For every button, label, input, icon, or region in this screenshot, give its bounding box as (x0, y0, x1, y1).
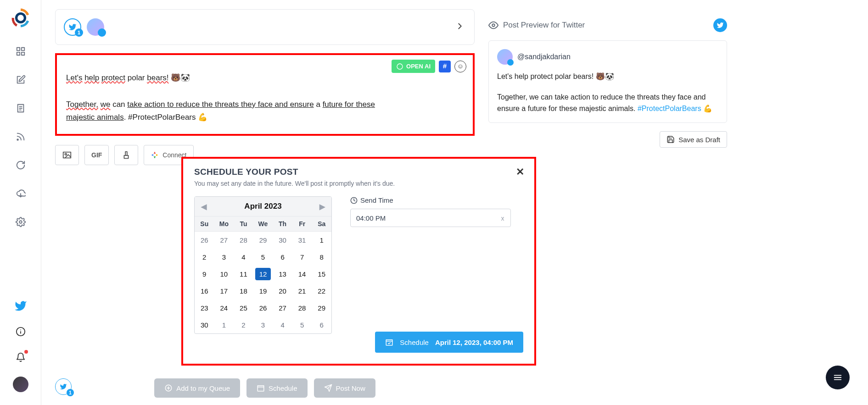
info-icon[interactable] (14, 325, 27, 338)
clear-time-icon[interactable]: x (501, 215, 504, 222)
nav-compose-icon[interactable] (14, 73, 27, 86)
svg-rect-2 (21, 48, 24, 50)
t: Together, (66, 100, 98, 109)
prev-month-icon[interactable]: ◀ (201, 202, 207, 211)
calendar-day[interactable]: 30 (273, 232, 292, 249)
save-draft-button[interactable]: Save as Draft (660, 131, 727, 148)
nav-dashboard-icon[interactable] (14, 45, 27, 58)
compose-toolbar: OPEN AI # ☺ (392, 60, 466, 73)
account-avatar (87, 18, 104, 36)
t: protect (101, 73, 125, 82)
calendar-day[interactable]: 3 (253, 316, 273, 333)
preview-hashtag[interactable]: #ProtectPolarBears (638, 105, 701, 112)
calendar-day[interactable]: 1 (312, 232, 331, 249)
calendar-day[interactable]: 25 (234, 300, 253, 316)
emoji-button[interactable]: ☺ (454, 61, 466, 72)
add-to-queue-button[interactable]: Add to my Queue (154, 378, 240, 398)
preview-header: Post Preview for Twitter (488, 18, 727, 32)
send-time-input[interactable] (350, 209, 511, 227)
calendar-day[interactable]: 5 (253, 249, 273, 266)
nav-document-icon[interactable] (14, 102, 27, 115)
calendar-day[interactable]: 19 (253, 283, 273, 300)
calendar-day[interactable]: 8 (312, 249, 331, 266)
schedule-confirm-button[interactable]: Schedule April 12, 2023, 04:00 PM (375, 332, 523, 353)
calendar-month: April 2023 (244, 202, 281, 211)
account-selector[interactable]: 1 (55, 9, 475, 45)
preview-line2b: 💪 (701, 105, 712, 112)
nav-download-icon[interactable] (14, 187, 27, 200)
save-icon (666, 135, 675, 144)
schedule-modal: ✕ SCHEDULE YOUR POST You may set any dat… (181, 157, 536, 366)
calendar-day[interactable]: 10 (214, 266, 234, 283)
nav-rss-icon[interactable] (14, 130, 27, 143)
calendar-day[interactable]: 15 (312, 266, 331, 283)
calendar-day[interactable]: 1 (214, 316, 234, 333)
t: can (112, 100, 125, 109)
calendar-day[interactable]: 4 (234, 249, 253, 266)
modal-subtitle: You may set any date in the future. We'l… (194, 180, 523, 187)
calendar-day[interactable]: 2 (195, 249, 214, 266)
calendar-day[interactable]: 23 (195, 300, 214, 316)
calendar-day[interactable]: 27 (273, 300, 292, 316)
bottom-actions: Add to my Queue Schedule Post Now (41, 378, 488, 398)
calendar-day[interactable]: 24 (214, 300, 234, 316)
svg-point-14 (397, 64, 403, 69)
t: help (84, 73, 99, 82)
hashtag-button[interactable]: # (439, 61, 451, 72)
schedule-button-bottom[interactable]: Schedule (246, 378, 308, 398)
l: Schedule (269, 384, 297, 392)
calendar-day[interactable]: 5 (292, 316, 312, 333)
calendar-day[interactable]: 16 (195, 283, 214, 300)
calendar-day[interactable]: 9 (195, 266, 214, 283)
calendar-day[interactable]: 12 (253, 266, 273, 283)
calendar-day[interactable]: 26 (195, 232, 214, 249)
schedule-label: Schedule (400, 338, 429, 346)
calendar-dow: Fr (292, 216, 312, 231)
nav-settings-icon[interactable] (14, 216, 27, 228)
calendar-day[interactable]: 28 (292, 300, 312, 316)
close-icon[interactable]: ✕ (516, 166, 524, 178)
calendar-day[interactable]: 29 (312, 300, 331, 316)
svg-rect-18 (126, 152, 128, 155)
calendar-day[interactable]: 22 (312, 283, 331, 300)
post-now-button[interactable]: Post Now (314, 378, 375, 398)
calendar-day[interactable]: 27 (214, 232, 234, 249)
twitter-icon[interactable] (14, 300, 27, 312)
svg-rect-15 (63, 152, 71, 158)
attach-gif-button[interactable]: GIF (84, 145, 109, 165)
calendar-day[interactable]: 4 (273, 316, 292, 333)
calendar-day[interactable]: 30 (195, 316, 214, 333)
attach-image-button[interactable] (55, 145, 79, 165)
calendar-day[interactable]: 2 (234, 316, 253, 333)
schedule-datetime: April 12, 2023, 04:00 PM (435, 338, 513, 346)
svg-rect-17 (124, 155, 129, 158)
next-month-icon[interactable]: ▶ (319, 202, 325, 211)
nav-refresh-icon[interactable] (14, 159, 27, 172)
calendar-day[interactable]: 18 (234, 283, 253, 300)
user-avatar[interactable] (13, 377, 28, 392)
notifications-icon[interactable] (14, 351, 27, 364)
svg-point-16 (65, 153, 67, 155)
attach-upload-button[interactable] (114, 145, 138, 165)
t: take action to reduce the threats they f… (127, 100, 314, 109)
calendar-day[interactable]: 11 (234, 266, 253, 283)
compose-textarea[interactable]: OPEN AI # ☺ Let's help protect polar bea… (55, 53, 475, 136)
calendar-day[interactable]: 14 (292, 266, 312, 283)
calendar-day[interactable]: 3 (214, 249, 234, 266)
calendar-day[interactable]: 21 (292, 283, 312, 300)
calendar-day[interactable]: 6 (312, 316, 331, 333)
calendar-day[interactable]: 17 (214, 283, 234, 300)
calendar-day[interactable]: 29 (253, 232, 273, 249)
calendar-day[interactable]: 26 (253, 300, 273, 316)
floating-menu-button[interactable] (826, 366, 850, 389)
openai-button[interactable]: OPEN AI (392, 60, 435, 73)
svg-rect-3 (17, 52, 19, 55)
calendar-day[interactable]: 28 (234, 232, 253, 249)
calendar-day[interactable]: 31 (292, 232, 312, 249)
calendar-day[interactable]: 7 (292, 249, 312, 266)
calendar-dow: Mo (214, 216, 234, 231)
calendar-day[interactable]: 20 (273, 283, 292, 300)
svg-point-24 (492, 24, 495, 27)
calendar-day[interactable]: 6 (273, 249, 292, 266)
calendar-day[interactable]: 13 (273, 266, 292, 283)
